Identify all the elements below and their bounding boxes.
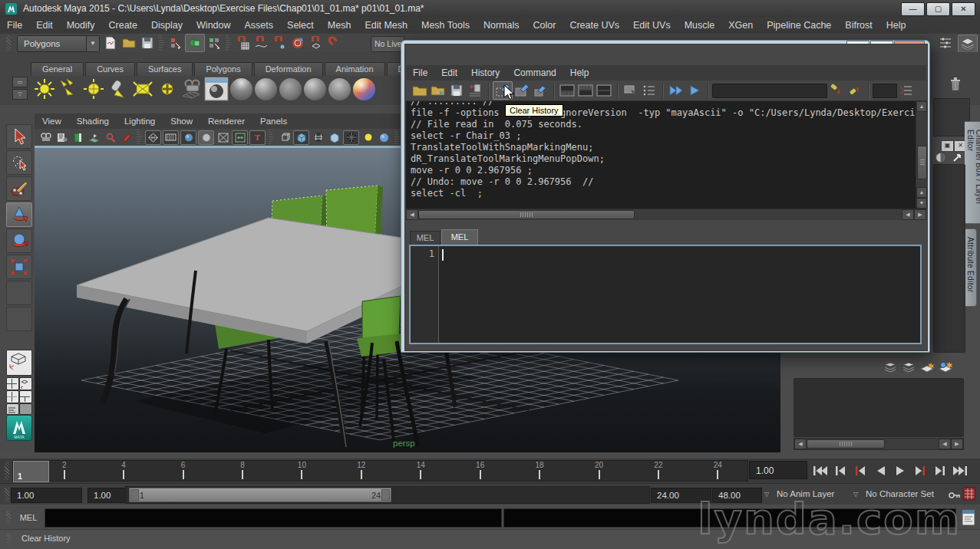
menu-item[interactable]: Edit Mesh xyxy=(358,17,414,34)
snap-to-view-planes-icon[interactable] xyxy=(307,35,325,51)
move-layer-up-icon[interactable] xyxy=(881,358,899,375)
attribute-editor-tab[interactable]: Attribute Editor xyxy=(965,228,977,307)
animation-start-field[interactable]: 1.00 xyxy=(11,488,82,503)
menu-item[interactable]: File xyxy=(0,17,29,34)
chevron-down-icon[interactable]: ▽ xyxy=(12,89,28,100)
go-to-start-button[interactable] xyxy=(810,461,830,481)
textured-checker-icon[interactable] xyxy=(343,130,359,145)
default-material-icon[interactable] xyxy=(327,131,342,144)
execute-all-icon[interactable] xyxy=(667,82,685,99)
menu-item[interactable]: Create xyxy=(102,17,145,34)
grip-handle[interactable] xyxy=(5,488,9,501)
field-chart-icon[interactable] xyxy=(216,131,230,144)
menu-item[interactable]: Edit xyxy=(29,17,60,34)
show-input-only-icon[interactable] xyxy=(576,82,595,99)
safe-title-icon[interactable]: T xyxy=(249,130,266,145)
new-scene-button[interactable] xyxy=(101,35,120,51)
command-results-field[interactable] xyxy=(503,508,956,528)
panel-menu-item[interactable]: Lighting xyxy=(117,113,163,129)
grid-toggle-icon[interactable] xyxy=(145,130,161,145)
resolution-gate-icon[interactable] xyxy=(180,130,196,145)
last-tool-slot[interactable] xyxy=(6,281,32,305)
spot-light-icon[interactable] xyxy=(106,77,130,101)
echo-all-commands-icon[interactable] xyxy=(622,82,640,99)
chevron-down-icon[interactable]: ▽ xyxy=(764,491,769,498)
range-end-handle[interactable] xyxy=(381,489,390,501)
menu-item[interactable]: Mesh Tools xyxy=(414,17,477,34)
persp-outliner-layout-button[interactable] xyxy=(19,377,32,390)
material-sphere-icon[interactable] xyxy=(253,77,278,101)
shelf-tab[interactable]: Deformation xyxy=(254,62,323,76)
image-plane-icon[interactable] xyxy=(87,131,101,144)
shelf-tab-switcher[interactable]: ▭ ▽ xyxy=(12,77,28,101)
menu-item[interactable]: Select xyxy=(280,17,321,34)
step-forward-frame-button[interactable] xyxy=(910,461,930,481)
grip-handle[interactable] xyxy=(6,511,11,524)
time-slider-track[interactable]: 24681012141618202224 xyxy=(12,460,748,482)
show-channel-box-icon[interactable] xyxy=(936,35,955,51)
material-sphere-icon[interactable] xyxy=(327,77,351,101)
show-both-panes-icon[interactable] xyxy=(595,82,613,99)
grease-pencil-icon[interactable] xyxy=(119,131,134,144)
scrollbar-thumb[interactable] xyxy=(807,439,885,449)
menu-item[interactable]: History xyxy=(464,65,506,81)
clear-all-icon[interactable] xyxy=(531,82,549,99)
move-tool[interactable] xyxy=(6,202,32,227)
use-all-lights-icon[interactable] xyxy=(361,131,375,144)
search-up-icon[interactable] xyxy=(846,82,864,99)
new-layer-from-selected-icon[interactable] xyxy=(936,358,955,375)
go-to-end-button[interactable] xyxy=(950,461,970,481)
select-tool[interactable] xyxy=(6,124,32,149)
layer-list-scrollbar[interactable]: ◀ ◀ ▶ xyxy=(794,438,964,450)
animation-end-field[interactable]: 48.00 xyxy=(712,488,762,503)
scroll-right-icon[interactable]: ▶ xyxy=(951,439,963,449)
menu-item[interactable]: File xyxy=(406,65,434,81)
split-pane-layout-button[interactable] xyxy=(19,390,32,403)
panel-menu-item[interactable]: Panels xyxy=(252,113,295,129)
panel-menu-item[interactable]: Show xyxy=(163,113,200,129)
maximize-button[interactable]: ▢ xyxy=(926,2,950,16)
smooth-shade-display-icon[interactable] xyxy=(293,130,309,145)
scroll-up-icon[interactable]: ▲ xyxy=(916,187,927,198)
menu-item[interactable]: Command xyxy=(506,65,563,81)
mel-tab[interactable]: MEL xyxy=(410,231,441,245)
directional-light-icon[interactable] xyxy=(57,77,81,101)
search-down-icon[interactable] xyxy=(827,82,846,99)
command-options-icon[interactable] xyxy=(897,82,916,99)
shelf-tab[interactable]: General xyxy=(31,62,84,76)
outliner-panel-button[interactable] xyxy=(6,403,19,415)
menu-item[interactable]: Edit xyxy=(434,65,464,81)
camera-attributes-icon[interactable] xyxy=(54,131,69,144)
film-gate-icon[interactable] xyxy=(163,130,179,145)
history-horizontal-scrollbar[interactable]: ◀ ◀ ▶ xyxy=(406,209,926,220)
bookmark-icon[interactable] xyxy=(71,131,85,144)
volume-light-icon[interactable] xyxy=(155,77,180,101)
material-sphere-icon[interactable] xyxy=(229,77,253,101)
menu-item[interactable]: XGen xyxy=(721,17,760,34)
material-sphere-icon[interactable] xyxy=(302,77,327,101)
menu-item[interactable]: Modify xyxy=(60,17,102,34)
lasso-tool[interactable] xyxy=(6,150,32,175)
ambient-light-icon[interactable] xyxy=(81,77,106,101)
gate-mask-icon[interactable] xyxy=(198,130,214,145)
scroll-down-icon[interactable]: ▼ xyxy=(916,198,927,209)
auto-keyframe-icon[interactable] xyxy=(962,487,976,504)
menu-item[interactable]: Help xyxy=(879,17,913,34)
scale-tool[interactable] xyxy=(6,255,32,279)
select-hierarchy-button[interactable] xyxy=(167,35,185,51)
panel-menu-item[interactable]: Shading xyxy=(69,113,117,129)
menu-item[interactable]: Display xyxy=(144,17,190,34)
grip-handle[interactable] xyxy=(6,533,11,545)
scroll-up-icon[interactable]: ▲ xyxy=(916,101,927,112)
history-pane[interactable]: // ......... //file -f -options "v=0;" -… xyxy=(406,101,916,209)
trash-icon[interactable] xyxy=(949,77,962,95)
menu-item[interactable]: Create UVs xyxy=(563,17,626,34)
rotate-tool[interactable] xyxy=(6,228,32,253)
script-editor-toggle-icon[interactable] xyxy=(961,508,976,530)
scrollbar-thumb[interactable] xyxy=(917,146,927,179)
anim-layer-selector[interactable]: No Anim Layer xyxy=(777,489,834,498)
input-pane[interactable]: 1 xyxy=(409,245,922,344)
material-sphere-icon[interactable] xyxy=(278,77,302,101)
close-button[interactable]: ✕ xyxy=(952,2,975,16)
step-forward-key-button[interactable] xyxy=(930,461,950,481)
